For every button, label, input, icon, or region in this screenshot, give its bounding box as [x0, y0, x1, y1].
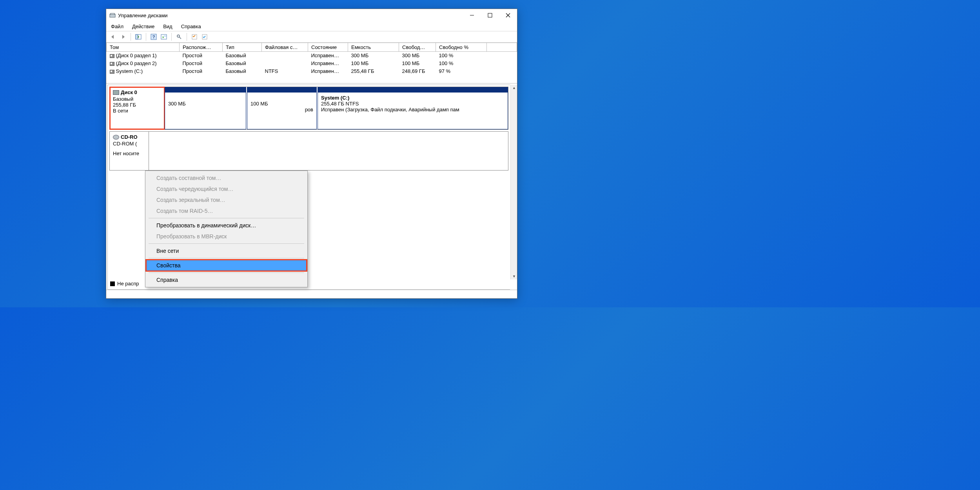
cell-fs: NTFS — [262, 67, 308, 75]
ctx-separator — [149, 243, 304, 244]
cell-status: Исправен… — [308, 67, 348, 75]
volume-table[interactable]: Том Располож… Тип Файловая с… Состояние … — [106, 43, 517, 83]
cell-volume: (Диск 0 раздел 2) — [116, 60, 157, 66]
ctx-separator — [149, 258, 304, 258]
legend-unallocated: Не распр — [108, 279, 141, 288]
forward-button[interactable] — [119, 33, 127, 41]
maximize-button[interactable] — [481, 9, 499, 22]
cdrom-icon — [113, 135, 119, 140]
menu-view[interactable]: Вид — [162, 23, 174, 30]
ctx-new-raid5-volume: Создать том RAID-5… — [146, 205, 307, 216]
svg-rect-14 — [192, 34, 197, 39]
disk-context-menu: Создать составной том… Создать чередующи… — [145, 171, 308, 287]
toolbar-separator — [187, 33, 187, 41]
svg-rect-3 — [488, 13, 492, 17]
cell-capacity: 100 МБ — [348, 60, 399, 67]
table-row[interactable]: System (C:) Простой Базовый NTFS Исправе… — [107, 67, 517, 75]
table-empty-area — [107, 75, 517, 83]
volume-icon — [110, 54, 114, 58]
titlebar: Управление дисками — [106, 9, 517, 22]
cdrom-header[interactable]: CD-RO CD-ROM ( Нет носите — [110, 132, 149, 170]
col-free[interactable]: Свобод… — [399, 43, 436, 52]
volume-icon — [110, 62, 114, 66]
disk0-header[interactable]: Диск 0 Базовый 255,88 ГБ В сети — [110, 87, 165, 129]
menu-file[interactable]: Файл — [109, 23, 125, 30]
disk-row-cdrom[interactable]: CD-RO CD-ROM ( Нет носите — [109, 131, 508, 171]
cell-layout: Простой — [180, 60, 223, 67]
volume-list: Том Располож… Тип Файловая с… Состояние … — [106, 43, 517, 83]
partition-1[interactable]: 300 МБ — [165, 87, 246, 129]
partition-system-c[interactable]: System (C:) 255,48 ГБ NTFS Исправен (Заг… — [318, 87, 508, 129]
table-row[interactable]: (Диск 0 раздел 2) Простой Базовый Исправ… — [107, 60, 517, 67]
legend-unallocated-label: Не распр — [117, 281, 139, 287]
disk-row-disk0[interactable]: Диск 0 Базовый 255,88 ГБ В сети 300 МБ 1… — [109, 87, 508, 130]
scroll-down-icon[interactable]: ▼ — [511, 273, 517, 279]
ctx-convert-to-dynamic[interactable]: Преобразовать в динамический диск… — [146, 220, 307, 231]
ctx-convert-to-mbr: Преобразовать в MBR-диск — [146, 231, 307, 242]
table-row[interactable]: (Диск 0 раздел 1) Простой Базовый Исправ… — [107, 52, 517, 60]
ctx-new-striped-volume: Создать чередующийся том… — [146, 183, 307, 194]
col-volume[interactable]: Том — [107, 43, 180, 52]
cell-status: Исправен… — [308, 60, 348, 67]
cell-volume: (Диск 0 раздел 1) — [116, 53, 157, 58]
col-freepct[interactable]: Свободно % — [436, 43, 487, 52]
svg-rect-11 — [164, 35, 166, 37]
ctx-new-mirrored-volume: Создать зеркальный том… — [146, 194, 307, 205]
cdrom-name: CD-RO — [121, 134, 138, 140]
ctx-properties[interactable]: Свойства — [146, 260, 307, 271]
settings-button[interactable] — [175, 33, 183, 41]
menubar: Файл Действие Вид Справка — [106, 22, 517, 31]
svg-line-13 — [179, 37, 181, 39]
disk0-name: Диск 0 — [121, 89, 137, 95]
cell-capacity: 300 МБ — [348, 52, 399, 60]
partition-2-status-suffix: ров — [250, 107, 313, 113]
partition-2[interactable]: 100 МБ ров — [247, 87, 317, 129]
list-view-button[interactable] — [190, 33, 199, 41]
col-layout[interactable]: Располож… — [180, 43, 223, 52]
menu-help[interactable]: Справка — [180, 23, 203, 30]
disk-icon — [113, 90, 119, 95]
cell-free: 248,69 ГБ — [399, 67, 436, 75]
vertical-scrollbar[interactable]: ▲ ▼ — [510, 85, 517, 280]
col-type[interactable]: Тип — [223, 43, 262, 52]
cell-type: Базовый — [223, 67, 262, 75]
back-button[interactable] — [109, 33, 117, 41]
window-title: Управление дисками — [118, 13, 463, 18]
graphical-view-button[interactable] — [200, 33, 209, 41]
action-button[interactable] — [160, 33, 168, 41]
cell-type: Базовый — [223, 52, 262, 60]
partition-3-name: System (C:) — [321, 95, 505, 101]
cell-free: 100 МБ — [399, 60, 436, 67]
cell-layout: Простой — [180, 67, 223, 75]
col-spacer — [487, 43, 517, 52]
cell-capacity: 255,48 ГБ — [348, 67, 399, 75]
partition-3-line2: 255,48 ГБ NTFS — [321, 101, 505, 107]
cell-freepct: 100 % — [436, 52, 487, 60]
minimize-button[interactable] — [463, 9, 481, 22]
close-button[interactable] — [499, 9, 517, 22]
scroll-up-icon[interactable]: ▲ — [511, 85, 517, 91]
svg-text:?: ? — [152, 34, 155, 39]
table-header-row: Том Располож… Тип Файловая с… Состояние … — [107, 43, 517, 52]
ctx-separator — [149, 272, 304, 273]
toolbar-separator — [171, 33, 172, 41]
col-fs[interactable]: Файловая с… — [262, 43, 308, 52]
ctx-offline[interactable]: Вне сети — [146, 245, 307, 256]
cdrom-line2: CD-ROM ( — [113, 141, 145, 147]
help-button[interactable]: ? — [149, 33, 158, 41]
cell-free: 300 МБ — [399, 52, 436, 60]
col-capacity[interactable]: Емкость — [348, 43, 399, 52]
cell-fs — [262, 60, 308, 67]
toolbar: ? — [106, 31, 517, 43]
menu-action[interactable]: Действие — [131, 23, 156, 30]
window-controls — [463, 9, 517, 22]
show-hide-tree-button[interactable] — [134, 33, 143, 41]
svg-rect-1 — [111, 13, 114, 15]
volume-icon — [110, 70, 114, 74]
col-status[interactable]: Состояние — [308, 43, 348, 52]
cell-layout: Простой — [180, 52, 223, 60]
legend-swatch-icon — [110, 281, 115, 286]
disk0-status: В сети — [113, 108, 161, 114]
ctx-help[interactable]: Справка — [146, 274, 307, 285]
cell-type: Базовый — [223, 60, 262, 67]
